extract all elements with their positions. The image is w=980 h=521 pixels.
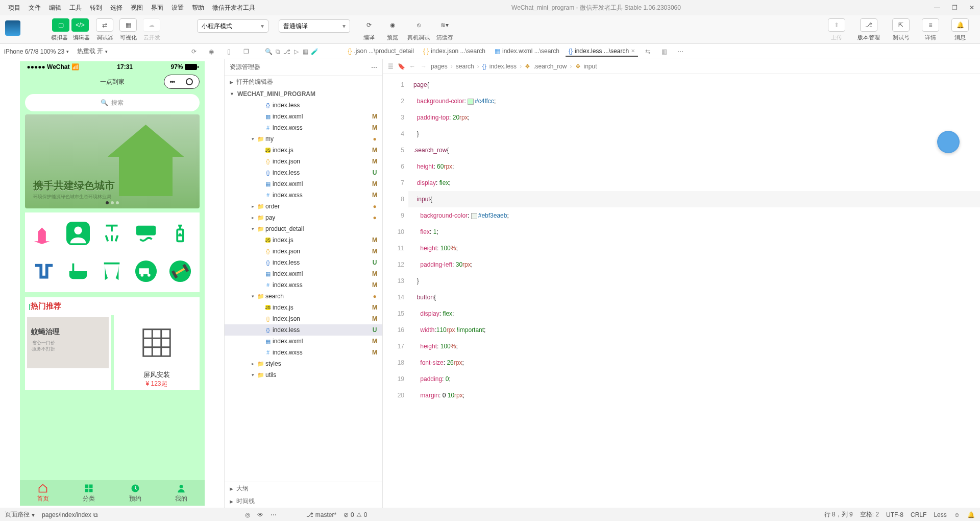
nav-back-icon[interactable]: ←	[409, 63, 415, 70]
tree-node-index-wxss[interactable]: #index.wxssM	[225, 122, 382, 133]
tab-json-productdetail[interactable]: {}.json ...\product_detail	[345, 46, 416, 57]
tree-node-index-js[interactable]: JSindex.jsM	[225, 302, 382, 313]
product-card-2[interactable]: 屏风安装 ¥ 123起	[114, 315, 200, 390]
tree-node-index-wxss[interactable]: #index.wxssM	[225, 279, 382, 291]
bookmark-icon[interactable]: 🔖	[398, 63, 405, 70]
outline-section[interactable]: ▶大纲	[225, 482, 382, 495]
project-avatar[interactable]	[5, 20, 20, 36]
crumb-search[interactable]: search	[456, 63, 474, 70]
tree-node-pay[interactable]: ▸📁pay●	[225, 212, 382, 223]
menu-edit[interactable]: 编辑	[45, 4, 65, 12]
focus-icon[interactable]: ◎	[245, 511, 250, 518]
tree-node-index-json[interactable]: {}index.jsonM	[225, 156, 382, 167]
tree-node-index-less[interactable]: {}index.lessU	[225, 324, 382, 336]
tab-category[interactable]: 分类	[66, 480, 112, 506]
tree-node-index-wxml[interactable]: ▦index.wxmlM	[225, 268, 382, 279]
crumb-rule[interactable]: .search_row	[533, 63, 567, 70]
bell-icon[interactable]: 🔔	[967, 511, 975, 518]
crumb-pages[interactable]: pages	[431, 63, 448, 70]
menu-settings[interactable]: 设置	[167, 4, 188, 12]
tab-close-icon[interactable]: ✕	[631, 48, 635, 54]
search-box[interactable]: 🔍搜索	[25, 94, 200, 111]
cat-ac[interactable]	[130, 216, 162, 251]
cat-sanitize[interactable]	[164, 216, 197, 251]
tree-node-search[interactable]: ▾📁search●	[225, 291, 382, 302]
tree-node-index-wxml[interactable]: ▦index.wxmlM	[225, 111, 382, 122]
tree-node-index-wxml[interactable]: ▦index.wxmlM	[225, 178, 382, 190]
debugger-toggle[interactable]: ⇄	[96, 18, 113, 32]
preview-button[interactable]: ◉	[384, 18, 401, 32]
tab-reserve[interactable]: 预约	[112, 480, 159, 506]
maximize-icon[interactable]: ❐	[950, 4, 959, 11]
errors-count[interactable]: ⊘ 0 ⚠ 0	[344, 511, 367, 518]
project-root[interactable]: ▼WECHAT_MINI_PROGRAM	[225, 88, 382, 100]
phone-icon[interactable]: ▯	[224, 48, 233, 55]
tree-node-index-less[interactable]: {}index.lessU	[225, 167, 382, 178]
record-icon[interactable]: ◉	[207, 48, 216, 55]
more-icon[interactable]: ⋯	[676, 48, 685, 55]
copy-icon[interactable]: ⧉	[273, 48, 282, 55]
menu-goto[interactable]: 转到	[86, 4, 106, 12]
tree-node-index-js[interactable]: JSindex.jsM	[225, 145, 382, 156]
version-button[interactable]: ⎇	[860, 18, 877, 32]
simulator-toggle[interactable]: ▢	[52, 18, 69, 32]
gutter-toggle-icon[interactable]: ☰	[388, 63, 394, 70]
tab-less-search[interactable]: {}index.less ...\search✕	[566, 46, 638, 57]
branch-icon[interactable]: ⎇	[282, 48, 291, 55]
crumb-input[interactable]: input	[584, 63, 597, 70]
product-card-1[interactable]: 蚊蝇治理·省心一口价·服务不打折	[25, 315, 111, 390]
cat-truck[interactable]	[130, 253, 162, 289]
close-icon[interactable]: ✕	[968, 4, 976, 11]
nav-fwd-icon[interactable]: →	[421, 63, 427, 70]
cat-person[interactable]	[62, 216, 94, 251]
compile-select[interactable]: 普通编译▾	[279, 19, 350, 33]
tree-node-index-js[interactable]: JSindex.jsM	[225, 234, 382, 246]
details-button[interactable]: ≡	[922, 18, 939, 32]
cat-thumbs[interactable]	[28, 216, 60, 251]
menu-tools[interactable]: 工具	[65, 4, 86, 12]
tree-node-index-less[interactable]: {}index.less	[225, 100, 382, 111]
cloud-toggle[interactable]: ☁	[143, 18, 160, 32]
cat-bath[interactable]	[62, 253, 94, 289]
minimize-icon[interactable]: ―	[933, 4, 941, 11]
tree-node-index-wxss[interactable]: #index.wxssM	[225, 190, 382, 201]
explorer-more-icon[interactable]: ⋯	[371, 64, 377, 71]
test-button[interactable]: ⇱	[892, 18, 910, 32]
tab-mine[interactable]: 我的	[158, 480, 205, 506]
visual-toggle[interactable]: ▦	[119, 18, 137, 32]
hero-banner[interactable]: 携手共建绿色城市环境保护能源绿色城市生态环境林业局	[25, 114, 200, 208]
menu-file[interactable]: 文件	[24, 4, 45, 12]
language-mode[interactable]: Less	[934, 511, 946, 518]
menu-project[interactable]: 项目	[4, 4, 24, 12]
compile-button[interactable]: ⟳	[360, 18, 378, 32]
search-icon[interactable]: 🔍	[264, 48, 273, 55]
git-branch[interactable]: ⎇ master*	[306, 511, 336, 518]
cat-gym[interactable]	[164, 253, 197, 289]
device-selector[interactable]: iPhone 6/7/8 100% 23▾	[4, 48, 69, 55]
menu-devtools[interactable]: 微信开发者工具	[208, 4, 259, 12]
tree-node-my[interactable]: ▾📁my●	[225, 133, 382, 145]
tree-node-utils[interactable]: ▾📁utils	[225, 369, 382, 381]
more-status-icon[interactable]: ⋯	[271, 511, 277, 518]
tree-node-styles[interactable]: ▸📁styles	[225, 358, 382, 369]
eol[interactable]: CRLF	[911, 511, 926, 518]
encoding[interactable]: UTF-8	[886, 511, 903, 518]
tab-json-search[interactable]: { }index.json ...\search	[420, 46, 488, 57]
popout-icon[interactable]: ❐	[241, 48, 251, 55]
tab-wxml-search[interactable]: ▦index.wxml ...\search	[492, 46, 562, 57]
diff-icon[interactable]: ⇆	[643, 48, 652, 55]
indent-setting[interactable]: 空格: 2	[860, 510, 879, 519]
menu-interface[interactable]: 界面	[147, 4, 167, 12]
timeline-section[interactable]: ▶时间线	[225, 495, 382, 508]
tree-node-order[interactable]: ▸📁order●	[225, 201, 382, 212]
tree-node-index-less[interactable]: {}index.lessU	[225, 257, 382, 268]
upload-button[interactable]: ⬆	[828, 18, 845, 32]
feedback-icon[interactable]: ☺	[954, 511, 960, 518]
page-path-value[interactable]: pages/index/index ⧉	[42, 511, 98, 518]
ext-icon[interactable]: ▦	[301, 48, 310, 55]
cat-curtain[interactable]	[96, 253, 128, 289]
menu-select[interactable]: 选择	[106, 4, 127, 12]
messages-button[interactable]: 🔔	[951, 18, 969, 32]
clear-cache-button[interactable]: ≋▾	[436, 18, 453, 32]
remote-debug-button[interactable]: ⎋	[410, 18, 427, 32]
